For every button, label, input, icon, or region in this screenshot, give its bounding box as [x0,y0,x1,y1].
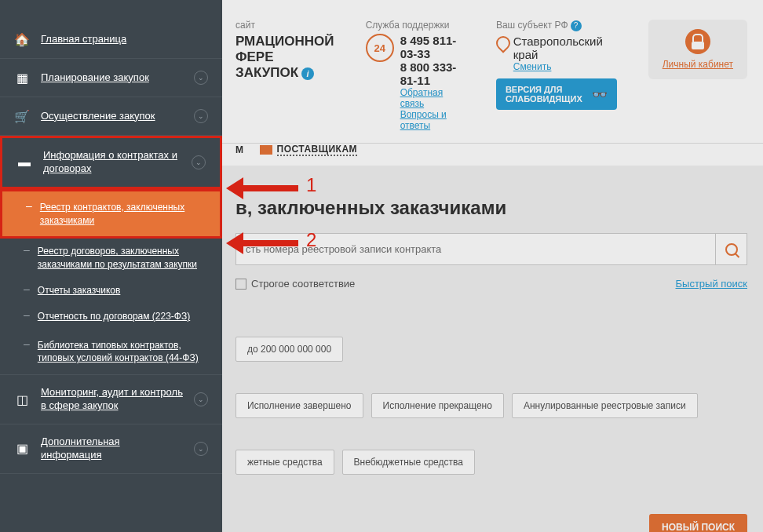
sidebar-item-additional[interactable]: ▣ Дополнительная информация ⌄ [0,425,222,474]
glasses-icon: 👓 [592,87,608,102]
submenu-customer-reports[interactable]: – Отчеты заказчиков [0,278,222,304]
search-options: Строгое соответствие Быстрый поиск [235,273,747,305]
sidebar-item-planning[interactable]: ▦ Планирование закупок ⌄ [0,59,222,97]
logo-line2: ФЕРЕ ЗАКУПОКi [235,49,334,81]
support-title: Служба поддержки [366,20,465,31]
sidebar-item-monitoring[interactable]: ◫ Мониторинг, аудит и контроль в сфере з… [0,375,222,425]
chevron-down-icon: ⌄ [194,109,208,123]
sidebar-item-contracts[interactable]: ▬ Информация о контрактах и договорах ⌄ [0,136,222,189]
question-icon[interactable]: ? [571,20,582,31]
briefcase-icon: ▣ [14,441,30,457]
checkbox-icon [235,279,246,290]
chart-icon: ◫ [14,392,30,407]
site-label: сайт [235,20,334,31]
book-icon: ▬ [16,155,32,170]
lock-icon [685,29,710,54]
search-icon [725,243,738,256]
tab-suppliers[interactable]: ПОСТАВЩИКАМ [260,144,358,156]
change-region-link[interactable]: Сменить [513,61,552,72]
support-block: Служба поддержки 24 8 495 811-03-33 8 80… [366,20,465,131]
filter-row-2: Исполнение завершено Исполнение прекраще… [235,393,747,418]
calendar-icon: ▦ [14,70,30,86]
phone-2: 8 800 333-81-11 [400,60,465,87]
sidebar-item-procurement[interactable]: 🛒 Осуществление закупок ⌄ [0,97,222,136]
new-search-button[interactable]: НОВЫЙ ПОИСК [649,514,747,532]
region-title: Ваш субъект РФ? [496,20,617,31]
support-24-icon: 24 [366,34,394,62]
accessibility-button[interactable]: ВЕРСИЯ ДЛЯСЛАБОВИДЯЩИХ 👓 [496,78,617,110]
cart-icon: 🛒 [14,108,30,124]
filter-chip[interactable]: Аннулированные реестровые записи [512,393,698,418]
info-icon[interactable]: i [301,67,314,80]
tab-m[interactable]: М [235,144,244,155]
submenu-223fz-reports[interactable]: – Отчетность по договорам (223-ФЗ) [0,304,222,330]
bullet-icon: – [26,199,32,212]
suppliers-icon [260,145,272,155]
quick-search-link[interactable]: Быстрый поиск [676,278,748,290]
filter-chip[interactable]: Внебюджетные средства [342,450,475,475]
bullet-icon: – [24,243,30,256]
price-range-chip[interactable]: до 200 000 000 000 [235,337,343,362]
chevron-down-icon: ⌄ [194,442,208,456]
cabinet-link[interactable]: Личный кабинет [663,59,733,70]
chevron-down-icon: ⌄ [194,392,208,406]
search-button[interactable] [716,233,747,265]
bullet-icon: – [24,282,30,295]
feedback-link[interactable]: Обратная связь [400,87,444,109]
submenu-contract-library[interactable]: – Библиотека типовых контрактов, типовых… [0,330,222,376]
sidebar: 🏠 Главная страница ▦ Планирование закупо… [0,0,222,532]
submenu-contracts-registry[interactable]: – Реестр контрактов, заключенных заказчи… [0,189,222,239]
filter-chip[interactable]: жетные средства [235,450,334,475]
chevron-down-icon: ⌄ [192,155,206,169]
pin-icon [496,35,509,52]
logo-line1: РМАЦИОННОЙ [235,34,334,49]
annotation-arrow-2: 2 [243,240,298,246]
submenu-agreements-registry[interactable]: – Реестр договоров, заключенных заказчик… [0,239,222,278]
faq-link[interactable]: Вопросы и ответы [400,109,447,131]
sidebar-item-home[interactable]: 🏠 Главная страница [0,0,222,59]
region-name: Ставропольский край [513,35,617,61]
filter-row-1: до 200 000 000 000 [235,337,747,362]
phone-1: 8 495 811-03-33 [400,34,465,60]
filter-chip[interactable]: Исполнение завершено [235,393,363,418]
bullet-icon: – [24,308,30,321]
chevron-down-icon: ⌄ [194,71,208,85]
filter-chip[interactable]: Исполнение прекращено [371,393,504,418]
home-icon: 🏠 [14,31,30,47]
logo-block: сайт РМАЦИОННОЙ ФЕРЕ ЗАКУПОКi [235,20,334,81]
strict-match-checkbox[interactable]: Строгое соответствие [235,278,355,290]
bullet-icon: – [24,337,30,350]
cabinet-block[interactable]: Личный кабинет [648,20,747,79]
filter-row-3: жетные средства Внебюджетные средства [235,450,747,475]
annotation-arrow-1: 1 [243,185,298,191]
page-title: в, заключенных заказчиками [235,197,747,219]
region-block: Ваш субъект РФ? Ставропольский край Смен… [496,20,617,110]
